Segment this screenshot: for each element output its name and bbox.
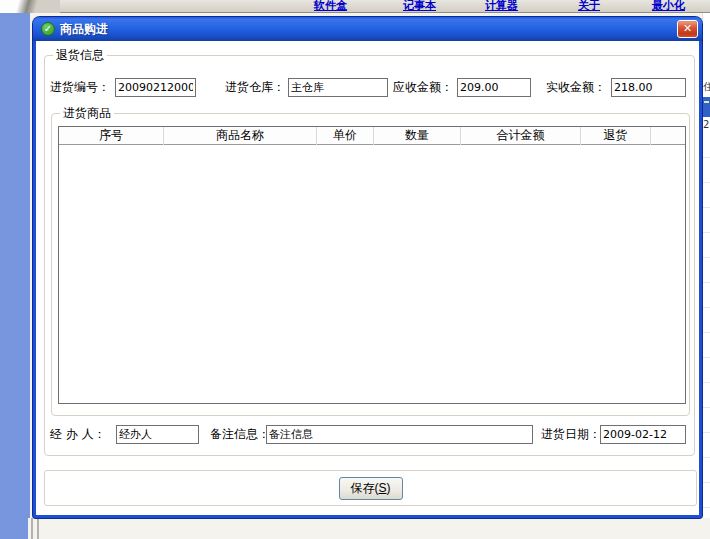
column-header-price[interactable]: 单价	[317, 127, 374, 145]
save-button-text: )	[387, 481, 391, 495]
close-icon[interactable]: ✕	[677, 20, 698, 38]
save-panel: 保存(S)	[44, 470, 697, 506]
link-minimize[interactable]: 最小化	[652, 0, 685, 12]
column-header-seq[interactable]: 序号	[59, 127, 164, 145]
window-corner-decoration	[0, 0, 60, 13]
link-notepad[interactable]: 记事本	[403, 0, 436, 12]
desktop-left-strip	[0, 13, 30, 539]
background-bottom-area	[28, 518, 710, 539]
save-button-text: 保存(	[350, 481, 378, 495]
column-header-qty[interactable]: 数量	[374, 127, 461, 145]
dialog-title: 商品购进	[60, 21, 677, 38]
purchase-no-label: 进货编号：	[50, 78, 110, 97]
save-button-mnemonic: S	[378, 481, 386, 495]
background-window-edge	[37, 518, 39, 539]
goods-table-body	[59, 145, 685, 403]
goods-table: 序号 商品名称 单价 数量 合计金额 退货	[58, 126, 686, 404]
purchase-date-input[interactable]	[600, 425, 686, 444]
handler-label: 经 办 人：	[50, 425, 106, 444]
link-calculator[interactable]: 计算器	[485, 0, 518, 12]
group-return-info-label: 退货信息	[53, 48, 107, 62]
column-header-total[interactable]: 合计金额	[461, 127, 581, 145]
warehouse-input[interactable]	[288, 78, 388, 97]
received-label: 实收金额：	[546, 78, 606, 97]
remark-label: 备注信息：	[210, 425, 270, 444]
save-button[interactable]: 保存(S)	[339, 477, 403, 500]
group-purchase-goods-label: 进货商品	[60, 106, 114, 120]
dialog-titlebar[interactable]: ✓ 商品购进 ✕	[33, 17, 702, 41]
column-header-name[interactable]: 商品名称	[164, 127, 317, 145]
check-circle-icon: ✓	[41, 22, 55, 36]
background-window-edge	[31, 518, 33, 539]
receivable-label: 应收金额：	[393, 78, 453, 97]
column-header-return[interactable]: 退货	[581, 127, 651, 145]
background-list-lines	[703, 133, 710, 513]
top-link-bar: 软件盒 记事本 计算器 关于 最小化	[0, 0, 710, 13]
goods-table-header: 序号 商品名称 单价 数量 合计金额 退货	[59, 127, 685, 145]
background-window-sliver: 住 2	[702, 13, 710, 518]
received-input[interactable]	[611, 78, 686, 97]
link-about[interactable]: 关于	[578, 0, 600, 12]
link-software-box[interactable]: 软件盒	[314, 0, 347, 12]
warehouse-label: 进货仓库：	[225, 78, 285, 97]
background-selected-row-fragment	[703, 97, 710, 117]
background-text-fragment: 2	[703, 119, 710, 130]
column-header-filler	[651, 127, 685, 145]
purchase-date-label: 进货日期：	[541, 425, 601, 444]
handler-input[interactable]	[116, 425, 199, 444]
receivable-input[interactable]	[457, 78, 531, 97]
dialog-product-purchase: ✓ 商品购进 ✕ 退货信息 进货编号： 进货仓库： 应收金额： 实收金额： 进货…	[33, 17, 702, 518]
background-text-fragment: 住	[703, 80, 710, 94]
purchase-no-input[interactable]	[115, 78, 196, 97]
remark-input[interactable]	[266, 425, 533, 444]
